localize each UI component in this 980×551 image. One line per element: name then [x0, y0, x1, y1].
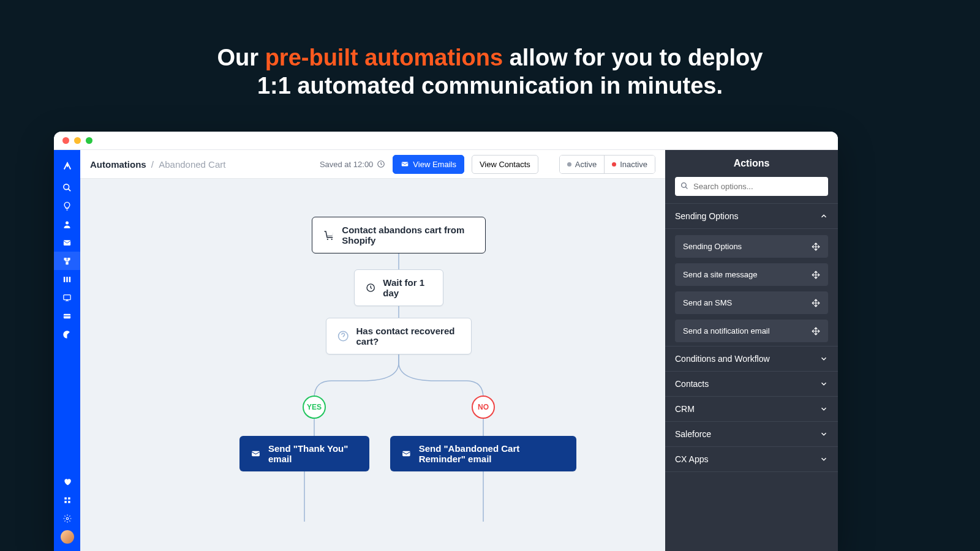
status-active[interactable]: Active [560, 156, 604, 173]
search-icon[interactable] [54, 178, 80, 197]
action-item-label: Sending Options [683, 242, 742, 251]
svg-rect-27 [252, 451, 260, 457]
avatar[interactable] [61, 530, 74, 544]
svg-point-1 [66, 221, 69, 224]
heart-icon[interactable] [54, 473, 80, 491]
svg-rect-15 [68, 501, 70, 503]
move-icon [812, 327, 820, 335]
action-sms[interactable]: Send an SMS [675, 291, 828, 314]
active-pip-icon [567, 162, 571, 167]
chevron-down-icon [820, 430, 828, 438]
actions-panel: Actions Sending Options Sending Options [665, 150, 838, 551]
clock-icon [366, 282, 375, 294]
active-label: Active [575, 160, 597, 169]
svg-point-16 [66, 517, 69, 520]
move-icon [812, 299, 820, 307]
lightbulb-icon[interactable] [54, 197, 80, 215]
section-cx-apps[interactable]: CX Apps [665, 447, 838, 472]
breadcrumb: Automations / Abandoned Cart [90, 159, 225, 170]
app-logo-icon[interactable] [54, 155, 80, 178]
automation-icon[interactable] [54, 252, 80, 270]
actions-search-input[interactable] [675, 177, 828, 196]
svg-rect-11 [64, 315, 70, 316]
cart-icon [323, 228, 334, 242]
mail-icon[interactable] [54, 233, 80, 252]
svg-rect-13 [68, 497, 70, 500]
action-yes-node[interactable]: Send "Thank You" email [239, 436, 369, 471]
inactive-label: Inactive [620, 160, 647, 169]
section-sending[interactable]: Sending Options [665, 204, 838, 229]
reports-icon[interactable] [54, 325, 80, 343]
svg-rect-12 [64, 497, 67, 500]
mail-icon [401, 160, 409, 168]
svg-rect-18 [402, 162, 409, 167]
chevron-down-icon [820, 405, 828, 413]
window-chrome [54, 132, 838, 150]
saved-status: Saved at 12:00 [320, 160, 385, 169]
action-notification-email[interactable]: Send a notification email [675, 320, 828, 342]
trigger-node[interactable]: Contact abandons cart from Shopify [312, 217, 486, 253]
section-conditions[interactable]: Conditions and Workflow [665, 347, 838, 372]
window-minimize-icon[interactable] [74, 137, 81, 144]
automation-canvas[interactable]: Contact abandons cart from Shopify Wait … [80, 179, 665, 551]
apps-icon[interactable] [54, 491, 80, 509]
svg-rect-6 [64, 277, 66, 282]
action-sending-options[interactable]: Sending Options [675, 235, 828, 258]
chevron-up-icon [820, 212, 828, 220]
svg-rect-7 [66, 277, 68, 282]
chat-icon[interactable] [54, 288, 80, 307]
status-toggle: Active Inactive [559, 155, 655, 174]
svg-rect-2 [64, 240, 70, 246]
svg-rect-5 [66, 261, 68, 264]
hero-part1: Our [217, 45, 265, 70]
action-item-label: Send a site message [683, 270, 757, 279]
no-label: NO [478, 403, 489, 411]
yes-label: YES [307, 403, 322, 411]
topbar: Automations / Abandoned Cart Saved at 12… [80, 150, 665, 179]
no-badge: NO [472, 395, 495, 419]
deals-icon[interactable] [54, 270, 80, 288]
actions-search [665, 177, 838, 203]
status-inactive[interactable]: Inactive [604, 156, 655, 173]
svg-rect-28 [402, 451, 410, 456]
wait-node[interactable]: Wait for 1 day [354, 269, 443, 306]
breadcrumb-sep: / [151, 159, 154, 170]
hero-accent: pre-built automations [265, 45, 503, 70]
section-contacts[interactable]: Contacts [665, 372, 838, 397]
svg-point-23 [327, 239, 328, 240]
section-sending-label: Sending Options [675, 211, 739, 221]
section-crm[interactable]: CRM [665, 397, 838, 422]
view-emails-label: View Emails [413, 160, 456, 169]
section-label: Conditions and Workflow [675, 354, 770, 364]
person-icon[interactable] [54, 215, 80, 233]
view-contacts-button[interactable]: View Contacts [472, 155, 538, 174]
action-site-message[interactable]: Send a site message [675, 263, 828, 286]
action-item-label: Send an SMS [683, 298, 732, 307]
gear-icon[interactable] [54, 509, 80, 528]
condition-node[interactable]: Has contact recovered cart? [326, 318, 472, 354]
history-icon[interactable] [377, 160, 385, 168]
move-icon [812, 271, 820, 279]
trigger-label: Contact abandons cart from Shopify [342, 225, 474, 246]
svg-rect-14 [64, 501, 67, 503]
svg-rect-3 [64, 257, 67, 260]
section-salesforce[interactable]: Saleforce [665, 422, 838, 447]
svg-point-29 [682, 183, 687, 188]
breadcrumb-root[interactable]: Automations [90, 159, 146, 170]
card-icon[interactable] [54, 307, 80, 325]
wait-label: Wait for 1 day [383, 277, 432, 298]
move-icon [812, 242, 820, 251]
window-close-icon[interactable] [62, 137, 69, 144]
svg-rect-8 [69, 277, 71, 282]
svg-point-24 [331, 239, 333, 240]
section-label: CRM [675, 404, 695, 414]
saved-text: Saved at 12:00 [320, 160, 373, 169]
actions-title: Actions [665, 150, 838, 177]
action-no-node[interactable]: Send "Abandoned Cart Reminder" email [390, 436, 576, 471]
mail-icon [251, 448, 261, 460]
view-emails-button[interactable]: View Emails [393, 155, 464, 174]
sidebar [54, 150, 80, 551]
window-zoom-icon[interactable] [86, 137, 92, 144]
condition-label: Has contact recovered cart? [356, 326, 460, 347]
chevron-down-icon [820, 455, 828, 463]
